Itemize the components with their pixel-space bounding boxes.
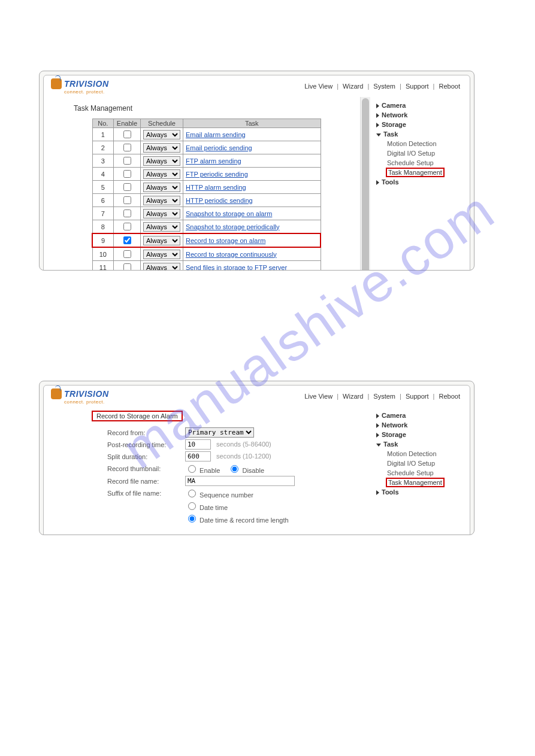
nav-wizard[interactable]: Wizard (343, 83, 363, 90)
table-row: 7AlwaysSnapshot to storage on alarm (92, 207, 321, 220)
sidebar-item-task[interactable]: Task (370, 129, 466, 139)
input-post-recording[interactable] (185, 439, 211, 450)
nav-wizard[interactable]: Wizard (343, 393, 363, 400)
record-storage-panel: TRIVISION connect. protect. Live View | … (39, 381, 474, 535)
table-row: 2AlwaysEmail periodic sending (92, 141, 321, 154)
radio-suffix-datetime[interactable] (188, 502, 196, 510)
enable-checkbox[interactable] (123, 250, 131, 258)
table-row: 9AlwaysRecord to storage on alarm (92, 233, 321, 247)
sidebar-item-camera[interactable]: Camera (370, 101, 466, 110)
chevron-right-icon (376, 113, 379, 118)
sidebar-item-storage[interactable]: Storage (370, 430, 466, 439)
cell-schedule: Always (141, 141, 183, 154)
nav-support[interactable]: Support (406, 393, 429, 400)
label-record-from: Record from: (107, 429, 185, 436)
schedule-select[interactable]: Always (143, 183, 180, 192)
label-thumbnail: Record thumbnail: (107, 465, 185, 472)
schedule-select[interactable]: Always (143, 250, 180, 259)
schedule-select[interactable]: Always (143, 209, 180, 218)
enable-checkbox[interactable] (123, 263, 131, 271)
sidebar-sub-motion[interactable]: Motion Detection (370, 139, 466, 148)
cell-schedule: Always (141, 181, 183, 194)
sidebar-item-tools[interactable]: Tools (370, 487, 466, 497)
schedule-select[interactable]: Always (143, 222, 180, 232)
sidebar-item-camera[interactable]: Camera (370, 411, 466, 420)
task-link[interactable]: FTP periodic sending (186, 171, 248, 178)
nav-system[interactable]: System (373, 393, 395, 400)
sidebar-item-storage[interactable]: Storage (370, 120, 466, 129)
chevron-right-icon (376, 490, 379, 495)
enable-checkbox[interactable] (123, 130, 131, 138)
main-content: Task Management No. Enable Schedule Task… (44, 97, 370, 271)
task-link[interactable]: HTTP periodic sending (186, 197, 253, 204)
schedule-select[interactable]: Always (143, 143, 180, 153)
sidebar-sub-task-management[interactable]: Task Management (386, 478, 445, 487)
schedule-select[interactable]: Always (143, 196, 180, 205)
nav-system[interactable]: System (373, 83, 395, 90)
sidebar-sub-schedule[interactable]: Schedule Setup (370, 468, 466, 478)
col-task: Task (183, 119, 321, 128)
enable-checkbox[interactable] (123, 236, 131, 244)
task-link[interactable]: Send files in storage to FTP server (186, 264, 287, 271)
label-suffix: Suffix of file name: (107, 490, 185, 497)
cell-schedule: Always (141, 261, 183, 271)
task-link[interactable]: Record to storage continuously (186, 251, 277, 258)
enable-checkbox[interactable] (123, 210, 131, 217)
col-schedule: Schedule (141, 119, 183, 128)
sidebar-sub-schedule[interactable]: Schedule Setup (370, 158, 466, 168)
sidebar-sub-digital[interactable]: Digital I/O Setup (370, 459, 466, 468)
radio-thumb-disable[interactable] (231, 465, 238, 473)
input-filename[interactable] (185, 476, 295, 486)
enable-checkbox[interactable] (123, 170, 131, 178)
sidebar-sub-task-management[interactable]: Task Management (386, 168, 445, 177)
scrollbar[interactable] (360, 97, 370, 271)
nav-live-view[interactable]: Live View (304, 83, 333, 90)
schedule-select[interactable]: Always (143, 156, 180, 166)
radio-thumb-enable[interactable] (188, 465, 196, 473)
table-row: 4AlwaysFTP periodic sending (92, 168, 321, 181)
input-split-duration[interactable] (185, 451, 211, 462)
nav-reboot[interactable]: Reboot (439, 393, 460, 400)
sidebar-sub-motion[interactable]: Motion Detection (370, 449, 466, 459)
task-link[interactable]: Record to storage on alarm (186, 237, 265, 244)
sidebar-item-task[interactable]: Task (370, 439, 466, 449)
task-link[interactable]: HTTP alarm sending (186, 184, 246, 191)
enable-checkbox[interactable] (123, 223, 131, 230)
task-table: No. Enable Schedule Task 1AlwaysEmail al… (92, 119, 321, 271)
schedule-select[interactable]: Always (143, 169, 180, 179)
sidebar-item-network[interactable]: Network (370, 110, 466, 120)
cell-enable (114, 207, 141, 220)
task-link[interactable]: Email periodic sending (186, 144, 252, 151)
logo-tagline: connect. protect. (64, 399, 109, 405)
schedule-select[interactable]: Always (143, 263, 180, 271)
task-link[interactable]: Email alarm sending (186, 131, 246, 138)
cell-schedule: Always (141, 233, 183, 247)
select-record-from[interactable]: Primary stream (185, 427, 254, 438)
schedule-select[interactable]: Always (143, 130, 180, 139)
chevron-right-icon (376, 414, 379, 418)
chevron-right-icon (376, 423, 379, 428)
task-link[interactable]: Snapshot to storage on alarm (186, 210, 272, 217)
cell-enable (114, 181, 141, 194)
col-enable: Enable (114, 119, 141, 128)
nav-reboot[interactable]: Reboot (439, 83, 460, 90)
enable-checkbox[interactable] (123, 157, 131, 165)
table-row: 1AlwaysEmail alarm sending (92, 128, 321, 141)
table-row: 3AlwaysFTP alarm sending (92, 154, 321, 168)
radio-suffix-dt-length[interactable] (188, 515, 196, 523)
nav-support[interactable]: Support (406, 83, 429, 90)
task-link[interactable]: Snapshot to storage periodically (186, 223, 280, 230)
enable-checkbox[interactable] (123, 183, 131, 191)
task-link[interactable]: FTP alarm sending (186, 157, 241, 165)
sidebar-item-tools[interactable]: Tools (370, 177, 466, 187)
schedule-select[interactable]: Always (143, 236, 180, 245)
logo-icon (51, 388, 62, 399)
enable-checkbox[interactable] (123, 196, 131, 204)
nav-live-view[interactable]: Live View (304, 393, 333, 400)
cell-no: 10 (92, 247, 114, 261)
sidebar-item-network[interactable]: Network (370, 420, 466, 430)
cell-task: Email periodic sending (183, 141, 321, 154)
radio-suffix-seq[interactable] (188, 490, 196, 497)
sidebar-sub-digital[interactable]: Digital I/O Setup (370, 148, 466, 158)
enable-checkbox[interactable] (123, 144, 131, 151)
